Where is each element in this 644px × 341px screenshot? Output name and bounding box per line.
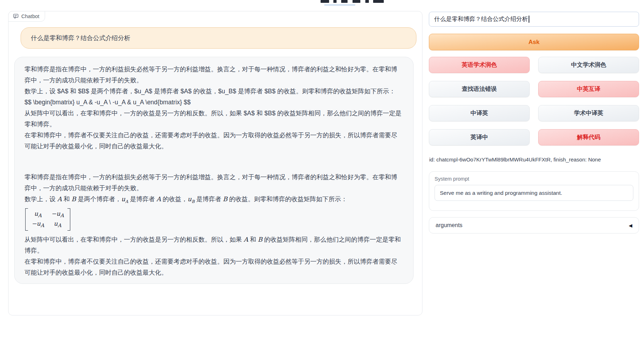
bot-message-bubble: 零和博弈是指在博弈中，一方的利益损失必然等于另一方的利益增益。换言之，对于每一种… (14, 57, 414, 284)
title-fragment (373, 0, 384, 3)
arguments-accordion-label: arguments (436, 222, 463, 229)
chatbot-label-tab: Chatbot (8, 11, 45, 22)
action-button-english-academic-polish[interactable]: 英语学术润色 (429, 57, 530, 73)
payoff-matrix: uA −uA −uA uA (25, 208, 70, 231)
title-fragment (353, 0, 360, 3)
chatbot-label: Chatbot (21, 13, 39, 19)
bot-paragraph: 在零和博弈中，博弈者不仅要关注自己的收益，还需要考虑对手的收益。因为一方取得的收… (24, 130, 403, 152)
matrix-cell: −uA (32, 220, 44, 229)
app-page: Chatbot 什么是零和博弈？结合公式介绍分析 零和博弈是指在博弈中，一方的利… (0, 0, 644, 341)
ask-button[interactable]: Ask (429, 34, 639, 50)
action-button-zh-to-en[interactable]: 中译英 (429, 105, 530, 121)
bot-paragraph-math: 数学上，设 A 和 B 是两个博弈者，uA 是博弈者 A 的收益，uB 是博弈者… (24, 194, 403, 207)
bot-paragraph-latex: $$ \begin{bmatrix} u_A & -u_A \ -u_A & u… (24, 97, 403, 108)
matrix-cell: −uA (51, 210, 64, 219)
title-fragment (333, 0, 337, 3)
matrix-cell: uA (34, 210, 42, 219)
user-message-text: 什么是零和博弈？结合公式介绍分析 (31, 34, 130, 42)
bot-paragraph: 在零和博弈中，博弈者不仅要关注自己的收益，还需要考虑对手的收益。因为一方取得的收… (24, 256, 403, 278)
action-button-find-grammar-errors[interactable]: 查找语法错误 (429, 81, 530, 97)
system-prompt-value: Serve me as a writing and programming as… (440, 190, 562, 196)
paragraph-gap (24, 152, 403, 172)
action-button-chinese-academic-polish[interactable]: 中文学术润色 (538, 57, 639, 73)
matrix-bracket-right (67, 208, 70, 231)
matrix-bracket-left (25, 208, 28, 231)
bot-paragraph: 零和博弈是指在博弈中，一方的利益损失必然等于另一方的利益增益。换言之，对于每一种… (24, 172, 403, 194)
chat-bubble-icon (13, 13, 19, 19)
system-prompt-card: System prompt Serve me as a writing and … (429, 171, 639, 211)
title-underline (324, 4, 355, 6)
bot-paragraph-math: 从矩阵中可以看出，在零和博弈中，一方的收益是另一方的相反数。所以，如果 A 和 … (24, 234, 403, 256)
collapse-arrow-icon: ◀ (629, 223, 632, 228)
action-button-explain-code[interactable]: 解释代码 (538, 129, 639, 145)
bot-paragraph: 零和博弈是指在博弈中，一方的利益损失必然等于另一方的利益增益。换言之，对于每一种… (24, 64, 403, 86)
bot-paragraph: 从矩阵中可以看出，在零和博弈中，一方的收益是另一方的相反数。所以，如果 $A$ … (24, 108, 403, 130)
title-fragment (341, 0, 348, 3)
title-fragment (321, 0, 329, 3)
chatbot-panel: Chatbot 什么是零和博弈？结合公式介绍分析 零和博弈是指在博弈中，一方的利… (8, 11, 422, 315)
action-button-academic-zh-to-en[interactable]: 学术中译英 (538, 105, 639, 121)
quick-actions-grid: 英语学术润色 中文学术润色 查找语法错误 中英互译 中译英 学术中译英 英译中 … (429, 57, 639, 145)
question-input[interactable]: 什么是零和博弈？结合公式介绍分析 (429, 12, 639, 27)
bot-paragraph: 数学上，设 $A$ 和 $B$ 是两个博弈者，$u_A$ 是博弈者 $A$ 的收… (24, 86, 403, 97)
completion-status-line: id: chatcmpl-6wOo7KrYTwMl89lbrMWRu4UkFFX… (429, 156, 639, 163)
matrix-cell: uA (54, 220, 61, 229)
system-prompt-input[interactable]: Serve me as a writing and programming as… (435, 185, 633, 201)
arguments-accordion[interactable]: arguments ◀ (429, 217, 639, 233)
action-button-en-to-zh[interactable]: 英译中 (429, 129, 530, 145)
question-input-value: 什么是零和博弈？结合公式介绍分析 (434, 15, 528, 23)
clipped-page-title (321, 0, 395, 4)
text-caret (529, 16, 529, 23)
action-button-zh-en-mutual-translate[interactable]: 中英互译 (538, 81, 639, 97)
system-prompt-label: System prompt (435, 176, 633, 182)
title-fragment (365, 0, 369, 3)
user-message-bubble: 什么是零和博弈？结合公式介绍分析 (21, 27, 416, 49)
